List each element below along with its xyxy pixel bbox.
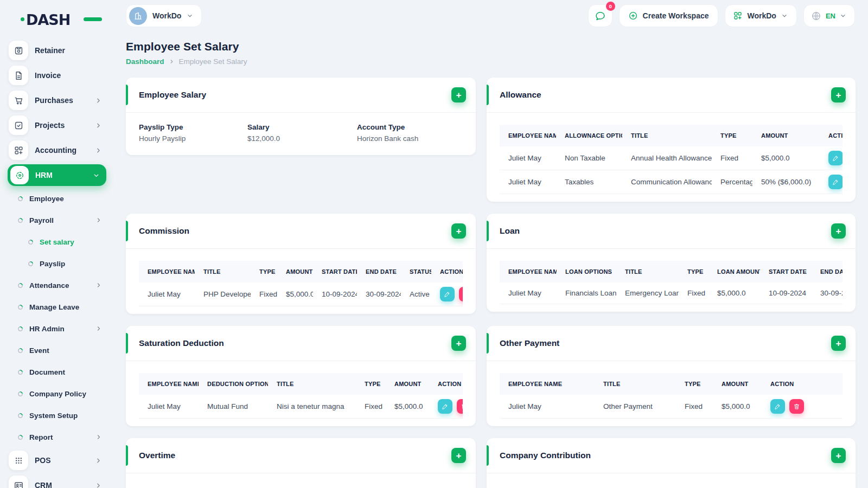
messages-button[interactable]: 0 <box>588 4 612 27</box>
submenu-bullet-icon <box>17 282 23 288</box>
delete-button[interactable] <box>457 399 463 414</box>
workspace-switcher[interactable]: WorkDo <box>126 4 202 27</box>
pencil-icon <box>832 155 839 162</box>
table-header-row: EMPLOYEE NAME LOAN OPTIONS TITLE TYPE LO… <box>500 261 843 282</box>
column-header: TITLE <box>595 373 676 395</box>
saturation-deduction-table-wrap: EMPLOYEE NAME DEDUCTION OPTION TITLE TYP… <box>139 373 463 419</box>
cell-amount: 50% ($6,000.0) <box>752 170 820 194</box>
allowance-card: Allowance + EMPLOYEE NAME ALLOWNACE OPTI… <box>487 78 856 202</box>
breadcrumb-current: Employee Set Salary <box>179 57 247 66</box>
company-contribution-card: Company Contribution + <box>487 438 856 488</box>
topbar-right: 0 Create Workspace WorkDo EN <box>588 4 855 27</box>
column-header: START DATE <box>760 261 812 282</box>
sidebar-item-company-policy[interactable]: Company Policy <box>8 383 106 404</box>
add-saturation-deduction-button[interactable]: + <box>451 336 466 351</box>
sidebar-item-crm[interactable]: CRM <box>8 473 106 488</box>
language-switcher[interactable]: EN <box>803 4 855 27</box>
sidebar-item-attendance[interactable]: Attendance <box>8 274 106 296</box>
pencil-icon <box>442 403 449 410</box>
cards-grid: Employee Salary + Payslip Type Hourly Pa… <box>126 78 856 488</box>
sidebar-item-document[interactable]: Document <box>8 361 106 383</box>
create-workspace-label: Create Workspace <box>643 11 709 20</box>
chevron-right-icon <box>169 59 175 65</box>
sidebar-item-label: Purchases <box>35 96 88 105</box>
cell-status: Active <box>401 282 431 306</box>
sidebar-item-label: Event <box>29 346 106 355</box>
cell-type: Fixed <box>679 282 709 304</box>
sidebar-item-invoice[interactable]: Invoice <box>8 63 106 88</box>
chevron-down-icon <box>93 172 100 179</box>
cell-allowance-option: Non Taxable <box>556 146 622 170</box>
add-company-contribution-button[interactable]: + <box>831 448 846 463</box>
card-title: Other Payment <box>500 338 559 348</box>
field-salary: Salary $12,000.0 <box>247 123 357 143</box>
delete-button[interactable] <box>789 399 804 414</box>
other-payment-card: Other Payment + EMPLOYEE NAME TITLE TYPE… <box>487 326 856 426</box>
column-header: TYPE <box>251 261 277 282</box>
cell-employee-name: Juliet May <box>139 395 199 419</box>
edit-button[interactable] <box>438 399 452 414</box>
edit-button[interactable] <box>440 287 455 301</box>
add-allowance-button[interactable]: + <box>831 87 846 102</box>
sidebar-item-set-salary[interactable]: Set salary <box>8 231 106 253</box>
edit-button[interactable] <box>828 175 843 189</box>
cell-title: Annual Health Allowance <box>622 146 712 170</box>
add-commission-button[interactable]: + <box>451 223 466 239</box>
logo-bar-accent <box>84 17 102 21</box>
table-row: Juliet May PHP Developer Fixed $5,000.0 … <box>139 282 463 306</box>
cell-amount: $5,000.0 <box>713 395 762 419</box>
sidebar-item-label: HR Admin <box>29 325 90 333</box>
cell-end-date: 30-09-2024 <box>812 282 843 304</box>
accounting-icon <box>9 140 28 160</box>
sidebar-item-projects[interactable]: Projects <box>8 113 106 138</box>
create-workspace-button[interactable]: Create Workspace <box>619 4 718 27</box>
add-overtime-button[interactable]: + <box>451 448 466 463</box>
delete-button[interactable] <box>459 287 463 301</box>
sidebar-item-hrm[interactable]: HRM <box>8 164 106 186</box>
workspace-menu-button[interactable]: WorkDo <box>725 4 797 27</box>
add-other-payment-button[interactable]: + <box>831 336 846 351</box>
app-logo[interactable]: DASH <box>26 9 90 30</box>
add-loan-button[interactable]: + <box>831 223 846 239</box>
card-header: Employee Salary + <box>126 78 476 113</box>
trash-icon <box>793 403 800 410</box>
loan-card: Loan + EMPLOYEE NAME LOAN OPTIONS TITLE … <box>487 214 856 312</box>
chevron-right-icon <box>95 457 102 464</box>
column-header: TITLE <box>268 373 356 395</box>
column-header: STATUS <box>401 261 431 282</box>
cell-title: Emergency Loan <box>616 282 679 304</box>
sidebar-item-employee[interactable]: Employee <box>8 188 106 209</box>
cell-actions <box>429 395 463 419</box>
language-label: EN <box>826 12 835 20</box>
sidebar-item-purchases[interactable]: Purchases <box>8 88 106 113</box>
edit-button[interactable] <box>828 151 843 165</box>
sidebar-item-manage-leave[interactable]: Manage Leave <box>8 296 106 318</box>
edit-button[interactable] <box>770 399 785 414</box>
cell-loan-options: Financials Loan <box>557 282 616 304</box>
column-header: ALLOWNACE OPTION <box>556 125 622 146</box>
sidebar-item-payslip[interactable]: Payslip <box>8 253 106 274</box>
sidebar-item-system-setup[interactable]: System Setup <box>8 404 106 426</box>
column-header: TITLE <box>616 261 679 282</box>
sidebar-item-payroll[interactable]: Payroll <box>8 209 106 231</box>
overtime-card: Overtime + <box>126 438 476 488</box>
breadcrumb-dashboard-link[interactable]: Dashboard <box>126 57 164 66</box>
cell-start-date: 10-09-2024 <box>760 282 812 304</box>
submenu-bullet-icon <box>17 304 23 310</box>
topbar: WorkDo 0 Create Workspace WorkDo EN <box>114 0 868 27</box>
sidebar-item-hr-admin[interactable]: HR Admin <box>8 318 106 339</box>
cell-type: Fixed <box>251 282 277 306</box>
add-employee-salary-button[interactable]: + <box>451 87 466 102</box>
card-title: Allowance <box>500 90 541 100</box>
messages-badge: 0 <box>606 2 615 11</box>
sidebar-item-pos[interactable]: POS <box>8 448 106 473</box>
submenu-bullet-icon <box>17 413 23 419</box>
sidebar-item-retainer[interactable]: Retainer <box>8 38 106 63</box>
sidebar-item-event[interactable]: Event <box>8 339 106 361</box>
sidebar-item-report[interactable]: Report <box>8 426 106 448</box>
page-title: Employee Set Salary <box>126 40 868 53</box>
sidebar-item-accounting[interactable]: Accounting <box>8 138 106 163</box>
chevron-right-icon <box>95 282 102 288</box>
card-title: Overtime <box>139 451 175 460</box>
retainer-icon <box>9 41 28 60</box>
